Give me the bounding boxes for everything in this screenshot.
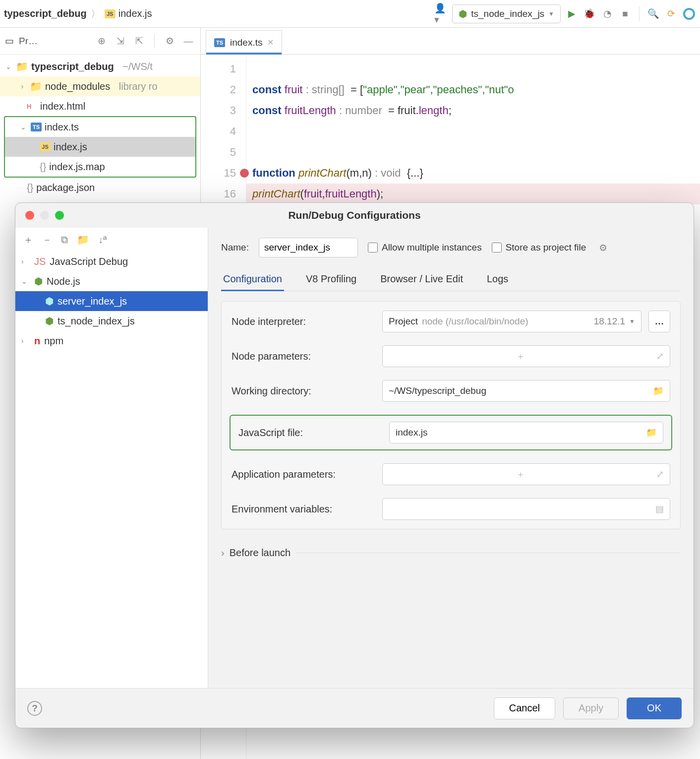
dropdown-icon[interactable]: ▼ xyxy=(629,318,635,325)
tab-browser[interactable]: Browser / Live Edit xyxy=(378,268,465,291)
run-debug-dialog: Run/Debug Configurations ＋ － ⧉ 📁 ↓ª ›JSJ… xyxy=(15,202,694,728)
sync-icon[interactable]: ⟳ xyxy=(664,7,678,21)
config-server-index[interactable]: ⬢server_index_js xyxy=(15,291,208,311)
tree-index-ts[interactable]: ⌄TSindex.ts xyxy=(5,117,195,137)
expand-icon[interactable]: ⇲ xyxy=(114,34,127,48)
tab-configuration[interactable]: Configuration xyxy=(221,268,284,291)
gear-icon[interactable]: ⚙ xyxy=(163,34,176,48)
stop-icon: ■ xyxy=(618,7,632,21)
run-config-selector[interactable]: ⬢ ts_node_index_js ▼ xyxy=(452,4,561,23)
collapse-icon[interactable]: ⇱ xyxy=(132,34,146,48)
dialog-title-bar[interactable]: Run/Debug Configurations xyxy=(15,203,694,228)
tab-logs[interactable]: Logs xyxy=(485,268,510,291)
project-label: Pr… xyxy=(19,36,90,47)
name-input[interactable] xyxy=(259,238,358,257)
tree-index-js[interactable]: JSindex.js xyxy=(5,137,195,157)
dialog-title: Run/Debug Configurations xyxy=(288,209,420,221)
add-icon[interactable]: ＋ xyxy=(516,468,525,480)
run-config-name: ts_node_index_js xyxy=(471,8,544,19)
folder-icon[interactable]: 📁 xyxy=(653,385,664,396)
config-npm[interactable]: ›nnpm xyxy=(15,331,208,351)
ok-button[interactable]: OK xyxy=(627,697,682,719)
ide-icon[interactable] xyxy=(682,7,696,21)
name-label: Name: xyxy=(221,242,249,253)
tab-label: index.ts xyxy=(230,37,262,48)
before-launch-section[interactable]: › Before launch xyxy=(221,547,681,559)
node-icon: ⬢ xyxy=(459,8,467,20)
folder-config-icon[interactable]: 📁 xyxy=(77,234,89,246)
main-toolbar: typescript_debug 〉 JSindex.js 👤▾ ⬢ ts_no… xyxy=(0,0,700,28)
ts-file-icon: TS xyxy=(214,38,225,47)
expand-icon[interactable]: ⤢ xyxy=(656,469,664,480)
config-ts-node-index[interactable]: ⬢ts_node_index_js xyxy=(15,311,208,331)
breadcrumb-separator: 〉 xyxy=(91,7,101,20)
folder-icon[interactable]: 📁 xyxy=(646,427,657,438)
debug-icon[interactable]: 🐞 xyxy=(583,7,596,21)
user-icon[interactable]: 👤▾ xyxy=(434,7,448,21)
svg-point-0 xyxy=(684,9,694,19)
wd-label: Working directory: xyxy=(232,385,375,397)
dialog-sidebar: ＋ － ⧉ 📁 ↓ª ›JSJavaScript Debug ⌄⬢Node.js… xyxy=(15,228,208,688)
dialog-main: Name: Allow multiple instances Store as … xyxy=(208,228,694,688)
list-icon[interactable]: ▤ xyxy=(655,504,664,514)
minimize-window-icon xyxy=(40,211,49,220)
copy-config-icon[interactable]: ⧉ xyxy=(61,234,68,246)
add-config-icon[interactable]: ＋ xyxy=(23,233,33,247)
cancel-button[interactable]: Cancel xyxy=(494,697,555,719)
js-file-icon: JS xyxy=(105,9,116,18)
gear-icon[interactable]: ⚙ xyxy=(596,241,610,254)
tree-node-modules[interactable]: ›📁node_modules library ro xyxy=(0,76,200,96)
close-window-icon[interactable] xyxy=(25,211,34,220)
config-nodejs[interactable]: ⌄⬢Node.js xyxy=(15,271,208,291)
tree-root[interactable]: ⌄📁typescript_debug ~/WS/t xyxy=(0,57,200,76)
run-icon[interactable]: ▶ xyxy=(565,7,579,21)
tree-package-json[interactable]: {}package.json xyxy=(0,178,200,197)
config-jsdebug[interactable]: ›JSJavaScript Debug xyxy=(15,252,208,271)
env-field[interactable]: ▤ xyxy=(382,498,670,520)
dropdown-icon: ▼ xyxy=(548,10,554,17)
search-icon[interactable]: 🔍 xyxy=(646,7,660,21)
params-field[interactable]: ＋⤢ xyxy=(382,345,670,367)
coverage-icon[interactable]: ◔ xyxy=(600,7,614,21)
help-button[interactable]: ? xyxy=(27,701,42,716)
zoom-window-icon[interactable] xyxy=(55,211,64,220)
sort-config-icon[interactable]: ↓ª xyxy=(98,234,107,246)
locate-icon[interactable]: ⊕ xyxy=(95,34,109,48)
breadcrumb[interactable]: typescript_debug 〉 JSindex.js xyxy=(4,7,152,20)
store-project-checkbox[interactable]: Store as project file xyxy=(492,242,586,253)
jsfile-label: JavaScript file: xyxy=(238,427,382,439)
breadcrumb-project[interactable]: typescript_debug xyxy=(4,8,87,19)
tree-index-js-map[interactable]: {}index.js.map xyxy=(5,157,195,177)
hide-icon[interactable]: — xyxy=(181,34,195,48)
project-tool-icon[interactable]: ▭ xyxy=(5,35,14,47)
interpreter-field[interactable]: Project node (/usr/local/bin/node) 18.12… xyxy=(382,311,642,332)
highlighted-jsfile-row: JavaScript file: index.js📁 xyxy=(230,415,672,450)
expand-icon[interactable]: ⤢ xyxy=(656,351,664,362)
window-controls[interactable] xyxy=(25,211,64,220)
jsfile-field[interactable]: index.js📁 xyxy=(389,422,663,443)
breadcrumb-file[interactable]: index.js xyxy=(118,8,152,19)
highlighted-ts-group: ⌄TSindex.ts JSindex.js {}index.js.map xyxy=(4,116,196,178)
apply-button: Apply xyxy=(563,697,619,719)
wd-field[interactable]: ~/WS/typescript_debug📁 xyxy=(382,380,670,402)
interpreter-label: Node interpreter: xyxy=(232,316,375,327)
allow-multiple-checkbox[interactable]: Allow multiple instances xyxy=(368,242,482,253)
tree-index-html[interactable]: H index.html xyxy=(0,96,200,116)
app-params-field[interactable]: ＋⤢ xyxy=(382,463,670,485)
browse-interpreter-button[interactable]: … xyxy=(648,311,670,332)
params-label: Node parameters: xyxy=(232,351,375,362)
app-params-label: Application parameters: xyxy=(232,469,375,480)
remove-config-icon[interactable]: － xyxy=(42,233,52,247)
tab-v8[interactable]: V8 Profiling xyxy=(304,268,358,291)
breakpoint-icon[interactable] xyxy=(240,169,249,178)
close-tab-icon[interactable]: ✕ xyxy=(267,38,274,47)
add-icon[interactable]: ＋ xyxy=(516,350,525,362)
editor-tab-index-ts[interactable]: TS index.ts ✕ xyxy=(206,30,282,54)
env-label: Environment variables: xyxy=(232,504,375,515)
